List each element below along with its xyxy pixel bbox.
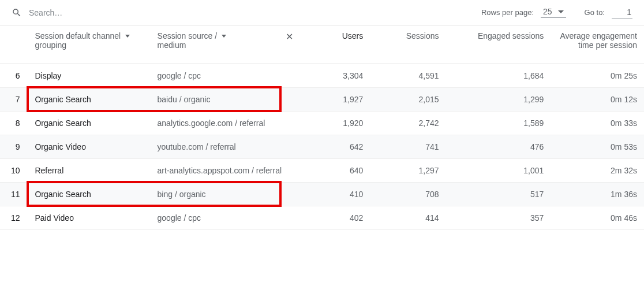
row-users: 640 (300, 158, 370, 182)
chevron-down-icon (558, 10, 564, 13)
row-index: 10 (0, 158, 28, 182)
row-channel: Paid Video (28, 206, 150, 229)
row-avg-engagement: 0m 53s (551, 135, 644, 158)
row-avg-engagement: 0m 33s (551, 111, 644, 135)
row-source-medium: google / cpc (151, 206, 301, 229)
row-source-medium: bing / organic (151, 182, 301, 206)
row-engaged-sessions: 1,299 (446, 87, 551, 111)
row-source-medium: youtube.com / referral (151, 135, 301, 158)
table-row[interactable]: 12Paid Videogoogle / cpc4024143570m 46s (0, 206, 644, 229)
table-toolbar: Rows per page: 25 Go to: (0, 0, 644, 25)
row-engaged-sessions: 1,001 (446, 158, 551, 182)
table-row[interactable]: 11Organic Searchbing / organic4107085171… (0, 182, 644, 206)
row-index: 6 (0, 64, 28, 87)
row-source-medium: analytics.google.com / referral (151, 111, 301, 135)
row-channel: Referral (28, 158, 150, 182)
header-index (0, 25, 28, 64)
row-avg-engagement: 0m 46s (551, 206, 644, 229)
header-users[interactable]: Users (300, 25, 370, 64)
chevron-down-icon (222, 35, 226, 38)
table-row[interactable]: 10Referralart-analytics.appspot.com / re… (0, 158, 644, 182)
header-close: ✕ (279, 25, 300, 64)
row-avg-engagement: 0m 25s (551, 64, 644, 87)
table-row[interactable]: 8Organic Searchanalytics.google.com / re… (0, 111, 644, 135)
table-row[interactable]: 9Organic Videoyoutube.com / referral6427… (0, 135, 644, 158)
row-source-medium: google / cpc (151, 64, 301, 87)
row-channel: Organic Search (28, 111, 150, 135)
header-sessions[interactable]: Sessions (370, 25, 445, 64)
header-source-medium[interactable]: Session source / medium (151, 25, 279, 64)
row-engaged-sessions: 357 (446, 206, 551, 229)
row-source-medium: art-analytics.appspot.com / referral (151, 158, 301, 182)
data-table: Session default channel grouping Session… (0, 25, 644, 230)
rows-per-page-value: 25 (543, 7, 552, 16)
goto-input[interactable] (612, 6, 632, 18)
row-sessions: 4,591 (370, 64, 445, 87)
header-avg-engagement[interactable]: Average engagement time per session (551, 25, 644, 64)
row-source-medium: baidu / organic (151, 87, 301, 111)
row-sessions: 2,742 (370, 111, 445, 135)
chevron-down-icon (125, 35, 130, 38)
pager: Rows per page: 25 Go to: (481, 6, 632, 18)
row-users: 402 (300, 206, 370, 229)
table-row[interactable]: 6Displaygoogle / cpc3,3044,5911,6840m 25… (0, 64, 644, 87)
row-channel: Organic Search (28, 182, 150, 206)
row-users: 410 (300, 182, 370, 206)
table-row[interactable]: 7Organic Searchbaidu / organic1,9272,015… (0, 87, 644, 111)
row-channel: Organic Video (28, 135, 150, 158)
row-sessions: 708 (370, 182, 445, 206)
row-avg-engagement: 2m 32s (551, 158, 644, 182)
search-input[interactable] (29, 8, 144, 17)
row-users: 1,920 (300, 111, 370, 135)
row-engaged-sessions: 1,684 (446, 64, 551, 87)
row-index: 12 (0, 206, 28, 229)
row-index: 8 (0, 111, 28, 135)
header-engaged-sessions[interactable]: Engaged sessions (446, 25, 551, 64)
rows-per-page-label: Rows per page: (481, 8, 534, 17)
search-wrap (12, 8, 481, 18)
row-users: 1,927 (300, 87, 370, 111)
row-channel: Organic Search (28, 87, 150, 111)
search-icon (12, 8, 22, 18)
row-sessions: 2,015 (370, 87, 445, 111)
row-sessions: 414 (370, 206, 445, 229)
close-icon[interactable]: ✕ (286, 32, 293, 42)
row-engaged-sessions: 517 (446, 182, 551, 206)
row-channel: Display (28, 64, 150, 87)
header-channel-grouping[interactable]: Session default channel grouping (28, 25, 150, 64)
row-index: 7 (0, 87, 28, 111)
row-users: 3,304 (300, 64, 370, 87)
row-users: 642 (300, 135, 370, 158)
row-sessions: 1,297 (370, 158, 445, 182)
row-engaged-sessions: 1,589 (446, 111, 551, 135)
row-index: 11 (0, 182, 28, 206)
row-avg-engagement: 1m 36s (551, 182, 644, 206)
row-index: 9 (0, 135, 28, 158)
rows-per-page-select[interactable]: 25 (541, 7, 566, 18)
row-sessions: 741 (370, 135, 445, 158)
row-avg-engagement: 0m 12s (551, 87, 644, 111)
table-header-row: Session default channel grouping Session… (0, 25, 644, 64)
row-engaged-sessions: 476 (446, 135, 551, 158)
goto-label: Go to: (585, 8, 605, 17)
